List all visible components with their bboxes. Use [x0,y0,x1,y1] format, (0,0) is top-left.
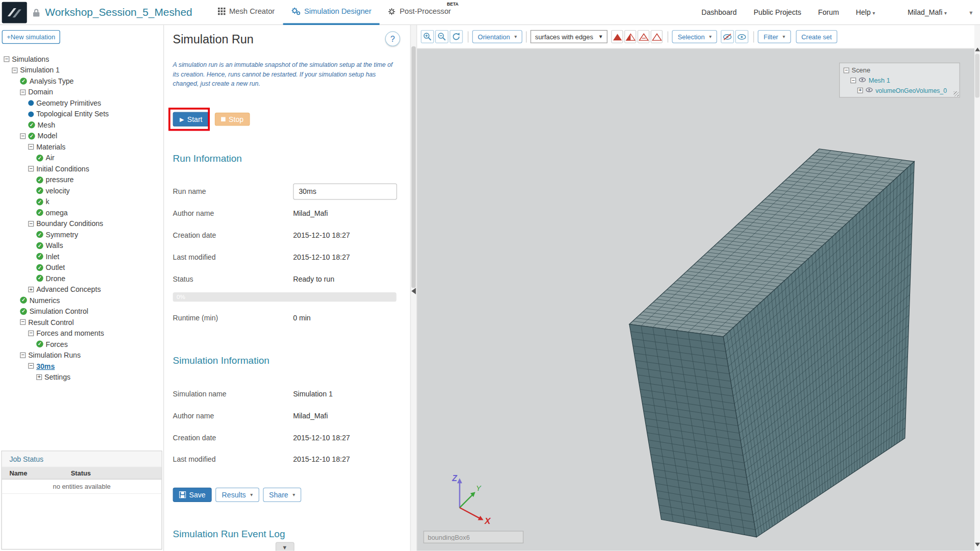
run-status-value: Ready to run [293,275,334,283]
run-controls: ▶ Start Stop [173,112,397,127]
tree-item-symmetry[interactable]: ✓Symmetry [0,229,163,240]
collapse-icon[interactable]: − [20,133,26,139]
tree-item-forces[interactable]: ✓Forces [0,339,163,349]
gears-icon [291,7,300,15]
tree-item-velocity[interactable]: ✓velocity [0,185,163,196]
tree-item-initial-conditions[interactable]: −Initial Conditions [0,163,163,174]
hide-selection-button[interactable] [721,30,734,43]
reset-view-button[interactable] [450,30,463,43]
viewport-3d[interactable]: − Scene − Mesh 1 + [417,49,974,551]
mesh-quality-half-button[interactable] [624,30,636,43]
tab-post-processor[interactable]: Post-Processor BETA [380,0,459,24]
tree-item-simulation-runs[interactable]: −Simulation Runs [0,349,163,360]
scroll-down-arrow[interactable] [975,543,980,546]
app-logo[interactable] [2,2,27,23]
collapse-icon[interactable]: − [20,319,26,325]
tree-item-domain[interactable]: −Domain [0,87,163,97]
share-dropdown[interactable]: Share ▾ [263,488,302,502]
eye-icon[interactable] [866,86,873,94]
collapse-icon[interactable]: − [28,144,34,149]
resize-handle[interactable] [954,91,959,96]
tree-item-30ms[interactable]: −30ms [0,361,163,371]
bounding-box-field[interactable] [423,531,523,543]
user-menu[interactable]: Milad_Mafi▾ [908,9,947,16]
tree-item-label: Simulation 1 [20,66,60,74]
tree-item-numerics[interactable]: ✓Numerics [0,295,163,306]
tree-item-topological-entity-sets[interactable]: Topological Entity Sets [0,109,163,119]
tree-item-geometry-primitives[interactable]: Geometry Primitives [0,97,163,108]
scrollbar-thumb[interactable] [975,54,979,98]
stop-button[interactable]: Stop [215,113,250,126]
tree-item-air[interactable]: ✓Air [0,153,163,163]
scene-tree-root[interactable]: − Scene [844,65,960,76]
orientation-dropdown[interactable]: Orientation ▾ [472,30,523,43]
scene-tree-volume-item[interactable]: + volumeOnGeoVolumes_0 [844,85,960,95]
mesh-3d-model[interactable] [417,49,974,551]
tree-item-simulation-1[interactable]: −Simulation 1 [0,65,163,76]
zoom-in-button[interactable] [421,30,434,43]
mesh-quality-outline-button[interactable] [651,30,663,43]
tree-item-model[interactable]: −✓Model [0,131,163,141]
collapse-icon[interactable]: − [850,78,856,83]
scroll-up-arrow[interactable] [975,47,980,51]
header-collapse-caret[interactable]: ▾ [969,9,972,16]
collapse-panel-arrow[interactable] [411,288,416,294]
collapse-icon[interactable]: − [20,352,26,358]
display-mode-select[interactable]: surfaces with edges ▼ [531,30,608,43]
expand-icon[interactable]: + [36,374,42,380]
collapse-icon[interactable]: − [28,166,34,171]
show-selection-button[interactable] [736,30,749,43]
nav-public-projects[interactable]: Public Projects [753,9,801,16]
page-scrollbar[interactable] [974,25,980,551]
help-button[interactable]: ? [385,31,400,46]
mesh-quality-solid-button[interactable] [611,30,623,43]
run-panel-scrollbar[interactable] [410,25,417,551]
tree-item-drone[interactable]: ✓Drone [0,273,163,284]
tree-item-materials[interactable]: −Materials [0,141,163,152]
new-simulation-button[interactable]: +New simulation [2,30,60,44]
start-button[interactable]: ▶ Start [173,112,209,127]
tree-item-boundary-conditions[interactable]: −Boundary Conditions [0,218,163,229]
filter-dropdown[interactable]: Filter ▾ [758,30,791,43]
tree-item-pressure[interactable]: ✓pressure [0,174,163,185]
tree-item-k[interactable]: ✓k [0,196,163,207]
collapse-icon[interactable]: − [844,67,849,73]
tree-item-analysis-type[interactable]: ✓Analysis Type [0,76,163,86]
nav-forum[interactable]: Forum [818,9,839,16]
tree-item-simulations[interactable]: −Simulations [0,54,163,65]
collapse-icon[interactable]: − [4,57,9,62]
collapse-icon[interactable]: − [28,221,34,227]
tree-item-outlet[interactable]: ✓Outlet [0,262,163,272]
mesh-quality-lined-button[interactable] [638,30,649,43]
collapse-log-button[interactable]: ▼ [275,542,294,550]
tree-item-inlet[interactable]: ✓Inlet [0,251,163,262]
expand-icon[interactable]: + [857,87,863,93]
save-button[interactable]: Save [173,488,212,502]
tree-item-walls[interactable]: ✓Walls [0,240,163,251]
triangle-half-icon [625,32,635,41]
collapse-icon[interactable]: − [28,363,34,369]
run-name-input[interactable] [293,183,397,199]
scene-tree-mesh-item[interactable]: − Mesh 1 [844,75,960,85]
selection-dropdown[interactable]: Selection ▾ [672,30,718,43]
tree-item-advanced-concepts[interactable]: +Advanced Concepts [0,284,163,294]
tree-item-forces-and-moments[interactable]: −Forces and moments [0,328,163,338]
nav-help-menu[interactable]: Help▾ [856,9,875,16]
expand-icon[interactable]: + [28,287,34,292]
tree-item-omega[interactable]: ✓omega [0,207,163,218]
tab-simulation-designer[interactable]: Simulation Designer [283,0,379,24]
tree-item-mesh[interactable]: ✓Mesh [0,119,163,130]
collapse-icon[interactable]: − [28,330,34,336]
tree-item-settings[interactable]: +Settings [0,371,163,382]
zoom-fit-button[interactable] [435,30,449,43]
collapse-icon[interactable]: − [12,67,17,73]
tab-mesh-creator[interactable]: Mesh Creator [210,0,283,24]
nav-dashboard[interactable]: Dashboard [701,9,737,16]
eye-icon[interactable] [859,77,866,84]
tree-item-simulation-control[interactable]: ✓Simulation Control [0,306,163,316]
scrollbar-thumb[interactable] [411,46,416,288]
create-set-button[interactable]: Create set [796,30,838,43]
tree-item-result-control[interactable]: −Result Control [0,317,163,328]
collapse-icon[interactable]: − [20,89,26,95]
results-dropdown[interactable]: Results ▾ [215,488,259,502]
